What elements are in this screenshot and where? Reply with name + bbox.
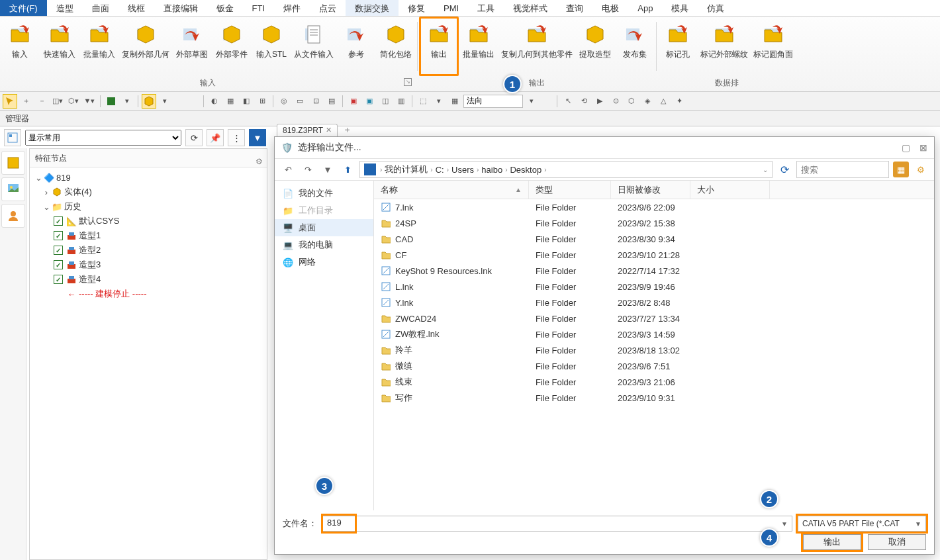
tool-icon[interactable]: ▦ <box>447 94 462 109</box>
tree-node-shape[interactable]: ✓造型1 <box>30 228 267 243</box>
menu-item[interactable]: 点云 <box>310 0 346 16</box>
menu-file[interactable]: 文件(F) <box>0 0 47 16</box>
filename-input[interactable]: 819 ▼ <box>322 516 792 532</box>
tool-icon[interactable]: ◧ <box>239 94 254 109</box>
file-row[interactable]: 写作File Folder2023/9/10 9:31 <box>374 390 934 406</box>
file-row[interactable]: 微缜File Folder2023/9/6 7:51 <box>374 358 934 374</box>
file-row[interactable]: 线束File Folder2023/9/3 21:06 <box>374 374 934 390</box>
tool-icon[interactable]: ◐ <box>207 94 222 109</box>
tree-node-shape[interactable]: ✓造型4 <box>30 272 267 287</box>
ribbon-button[interactable]: 输入STL <box>252 17 291 76</box>
tool-icon[interactable]: ▾ <box>158 94 172 109</box>
tool-icon[interactable]: ＋ <box>19 94 33 109</box>
tool-icon[interactable]: ⟲ <box>577 94 591 109</box>
ribbon-button[interactable]: 从文件输入 <box>291 17 336 76</box>
tool-icon[interactable]: ⊡ <box>308 94 323 109</box>
menu-item[interactable]: FTI <box>243 0 275 16</box>
sidebar-tab-person[interactable] <box>1 204 25 228</box>
cube-tool[interactable] <box>142 94 156 109</box>
up-icon[interactable]: ⬆ <box>340 162 355 177</box>
menu-item[interactable]: 电极 <box>592 0 628 16</box>
tool-icon[interactable]: ◫ <box>378 94 393 109</box>
col-date[interactable]: 日期被修改 <box>611 181 690 199</box>
ribbon-button[interactable]: 发布集 <box>615 17 655 76</box>
tool-icon[interactable]: ▤ <box>324 94 339 109</box>
tool-icon[interactable]: ▥ <box>394 94 408 109</box>
tool-icon[interactable]: ▾ <box>432 94 446 109</box>
forward-icon[interactable]: ↷ <box>300 162 316 177</box>
menu-item[interactable]: 数据交换 <box>346 0 399 16</box>
sidebar-tab-tree[interactable] <box>1 151 25 175</box>
ribbon-button[interactable]: 外部草图 <box>172 17 212 76</box>
file-row[interactable]: ZW教程.lnkFile Folder2023/9/3 14:59 <box>374 326 934 342</box>
tree-node-csys[interactable]: ✓📐默认CSYS <box>30 214 267 228</box>
file-row[interactable]: CADFile Folder2023/8/30 9:34 <box>374 231 934 247</box>
filter-icon[interactable]: ▼▾ <box>82 94 97 109</box>
file-row[interactable]: ZWCAD24File Folder2023/7/27 13:34 <box>374 310 934 326</box>
file-row[interactable]: KeyShot 9 Resources.lnkFile Folder2022/7… <box>374 263 934 279</box>
file-row[interactable]: L.lnkFile Folder2023/9/9 19:46 <box>374 279 934 295</box>
ribbon-button[interactable]: 批量输入 <box>79 17 119 76</box>
menu-item[interactable]: 查询 <box>557 0 592 16</box>
dropdown-icon[interactable]: ▼ <box>320 162 336 177</box>
tool-icon[interactable]: ▦ <box>223 94 238 109</box>
tool-icon[interactable]: ◈ <box>640 94 655 109</box>
ribbon-button[interactable]: 输出 <box>419 17 459 76</box>
dropdown-icon[interactable]: ▼ <box>915 520 921 528</box>
menu-icon[interactable]: ⋮ <box>228 129 245 146</box>
ribbon-button[interactable]: 参考 <box>336 17 376 76</box>
tree-node-shape[interactable]: ✓造型2 <box>30 243 267 257</box>
menu-item[interactable]: PMI <box>434 0 468 16</box>
menu-item[interactable]: 钣金 <box>207 0 243 16</box>
file-row[interactable]: Y.lnkFile Folder2023/8/2 8:48 <box>374 295 934 310</box>
side-workdir[interactable]: 📁工作目录 <box>275 202 373 219</box>
tool-icon[interactable]: ▣ <box>346 94 361 109</box>
tool-icon[interactable]: △ <box>656 94 671 109</box>
ribbon-button[interactable]: 复制几何到其他零件 <box>498 17 575 76</box>
col-size[interactable]: 大小 <box>690 181 770 199</box>
tool-icon[interactable]: ◫▾ <box>50 94 65 109</box>
close-icon[interactable]: ✕ <box>326 126 332 134</box>
close-icon[interactable]: ⊠ <box>919 142 927 153</box>
ribbon-button[interactable]: 快速输入 <box>40 17 79 76</box>
tool-icon[interactable] <box>104 94 118 109</box>
tree-node-solids[interactable]: ›实体(4) <box>30 185 267 199</box>
sidebar-tab-image[interactable] <box>1 177 25 201</box>
tool-icon[interactable]: ▶ <box>592 94 607 109</box>
ribbon-button[interactable]: 标记孔 <box>658 17 698 76</box>
maximize-icon[interactable]: ▢ <box>902 142 910 153</box>
dropdown-input[interactable] <box>463 95 523 108</box>
settings-icon[interactable]: ⚙ <box>913 162 929 177</box>
side-desktop[interactable]: 🖥️桌面 <box>275 219 373 236</box>
breadcrumb[interactable]: › 我的计算机› C:› Users› haibo› Desktop› ⌄ <box>359 161 773 178</box>
side-my-pc[interactable]: 💻我的电脑 <box>275 236 373 254</box>
tool-icon[interactable]: ⬡▾ <box>66 94 81 109</box>
tool-icon[interactable]: ▾ <box>524 94 539 109</box>
ribbon-button[interactable]: 外部零件 <box>212 17 252 76</box>
tree-node-shape[interactable]: ✓造型3 <box>30 257 267 272</box>
file-row[interactable]: 羚羊File Folder2023/8/18 13:02 <box>374 342 934 358</box>
refresh-icon[interactable]: ⟳ <box>776 162 792 177</box>
view-grid-icon[interactable]: ▦ <box>893 162 909 177</box>
file-row[interactable]: 7.lnkFile Folder2023/9/6 22:09 <box>374 199 934 215</box>
dropdown-icon[interactable]: ▼ <box>777 520 792 528</box>
menu-item[interactable]: App <box>628 0 662 16</box>
ribbon-button[interactable]: 批量输出 <box>459 17 498 76</box>
ribbon-button[interactable]: 标记圆角面 <box>751 17 796 76</box>
refresh-icon[interactable]: ⟳ <box>185 129 203 146</box>
col-type[interactable]: 类型 <box>529 181 611 199</box>
menu-item[interactable]: 线框 <box>118 0 154 16</box>
search-input[interactable] <box>796 161 889 178</box>
ribbon-button[interactable]: 提取造型 <box>575 17 615 76</box>
ribbon-button[interactable]: 复制外部几何 <box>119 17 172 76</box>
menu-item[interactable]: 模具 <box>662 0 698 16</box>
tool-icon[interactable]: ✦ <box>672 94 686 109</box>
menu-item[interactable]: 视觉样式 <box>504 0 557 16</box>
menu-item[interactable]: 焊件 <box>274 0 310 16</box>
menu-item[interactable]: 造型 <box>47 0 83 16</box>
side-my-documents[interactable]: 📄我的文件 <box>275 185 373 202</box>
tree-node-stop[interactable]: ←----- 建模停止 ----- <box>30 287 267 301</box>
ribbon-button[interactable]: 简化包络 <box>376 17 416 76</box>
col-name[interactable]: 名称▲ <box>374 181 529 199</box>
tool-icon[interactable]: ⊙ <box>608 94 623 109</box>
